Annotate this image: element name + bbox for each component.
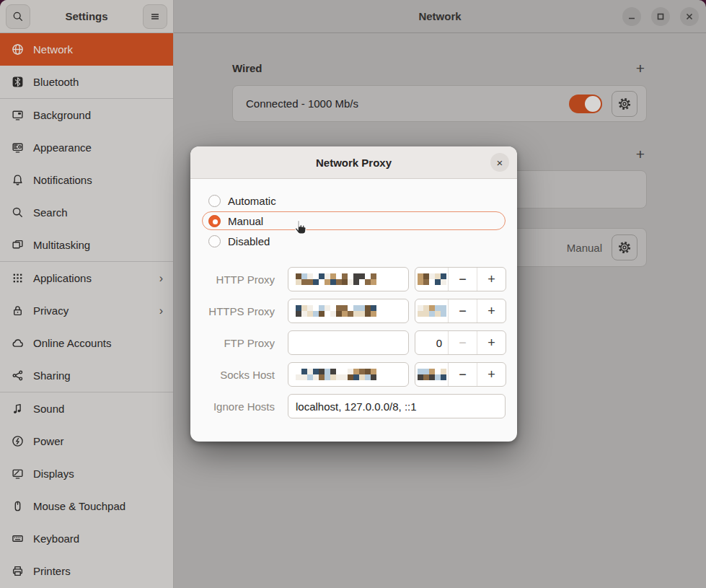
sidebar-item-search[interactable]: Search: [0, 196, 173, 229]
decrement-button[interactable]: −: [448, 268, 477, 291]
minimize-button[interactable]: [622, 7, 641, 26]
radio-label: Disabled: [228, 235, 270, 247]
sidebar-item-network[interactable]: Network: [0, 33, 173, 66]
proxy-option-automatic[interactable]: Automatic: [202, 191, 506, 210]
sidebar-item-power[interactable]: Power: [0, 425, 173, 457]
wired-toggle[interactable]: [569, 95, 602, 113]
proxy-option-disabled[interactable]: Disabled: [202, 232, 506, 250]
sidebar-item-label: Mouse & Touchpad: [33, 500, 125, 512]
socks-host-input[interactable]: [288, 362, 409, 387]
bluetooth-icon: [12, 76, 24, 88]
search-icon: [12, 11, 24, 22]
sidebar-item-label: Network: [33, 43, 73, 56]
maximize-icon: [656, 12, 665, 21]
sidebar-item-displays[interactable]: Displays: [0, 457, 173, 490]
redacted-value: [296, 305, 376, 317]
https-proxy-row: HTTPS Proxy − +: [200, 299, 507, 323]
dialog-header: Network Proxy ×: [190, 146, 517, 179]
add-vpn-button[interactable]: +: [634, 146, 647, 162]
redacted-value: [296, 273, 376, 285]
sidebar-item-label: Keyboard: [33, 532, 79, 545]
maximize-button[interactable]: [651, 7, 670, 26]
wired-section-title: Wired: [232, 62, 262, 74]
redacted-value: [296, 369, 376, 380]
sidebar-item-mouse-touchpad[interactable]: Mouse & Touchpad: [0, 490, 173, 522]
socks-port-spinner: − +: [415, 362, 506, 387]
dialog-close-button[interactable]: ×: [490, 153, 509, 172]
increment-button[interactable]: +: [477, 331, 506, 354]
network-globe-icon: [12, 43, 24, 56]
share-nodes-icon: [12, 369, 24, 382]
windows-icon: [12, 239, 24, 251]
proxy-settings-button[interactable]: [612, 234, 637, 260]
radio-label: Automatic: [228, 195, 276, 207]
sidebar-item-sharing[interactable]: Sharing: [0, 359, 173, 392]
port-value[interactable]: [415, 363, 448, 386]
sidebar-item-multitasking[interactable]: Multitasking: [0, 229, 173, 261]
ftp-proxy-row: FTP Proxy 0 − +: [200, 330, 507, 355]
sidebar-item-background[interactable]: Background: [0, 99, 173, 131]
monitor-icon: [12, 468, 24, 480]
socks-host-row: Socks Host − +: [200, 362, 507, 387]
sidebar-item-applications[interactable]: Applications ›: [0, 262, 173, 294]
sidebar-item-privacy[interactable]: Privacy ›: [0, 294, 173, 327]
sidebar-item-label: Bluetooth: [33, 76, 79, 88]
sidebar-item-keyboard[interactable]: Keyboard: [0, 522, 173, 555]
sidebar-item-online-accounts[interactable]: Online Accounts: [0, 327, 173, 359]
https-proxy-input[interactable]: [288, 299, 409, 323]
main-menu-button[interactable]: [143, 4, 167, 29]
ftp-port-spinner: 0 − +: [415, 330, 506, 355]
socks-host-label: Socks Host: [200, 369, 275, 381]
sidebar-item-notifications[interactable]: Notifications: [0, 164, 173, 196]
http-proxy-input[interactable]: [288, 267, 409, 291]
gear-icon: [617, 97, 632, 111]
redacted-value: [418, 369, 446, 380]
dialog-body: Automatic Manual Disabled HTTP Proxy −: [190, 179, 517, 418]
sidebar-item-label: Online Accounts: [33, 337, 111, 349]
sidebar-item-printers[interactable]: Printers: [0, 555, 173, 587]
http-proxy-label: HTTP Proxy: [200, 273, 275, 286]
sidebar-item-label: Privacy: [33, 304, 69, 317]
power-bolt-icon: [12, 435, 24, 447]
port-value[interactable]: [415, 299, 448, 322]
proxy-mode-value: Manual: [567, 242, 602, 254]
radio-icon: [208, 195, 221, 207]
ignore-hosts-field[interactable]: [296, 400, 498, 413]
port-value[interactable]: 0: [415, 331, 448, 354]
decrement-button[interactable]: −: [448, 299, 477, 322]
network-proxy-dialog: Network Proxy × Automatic Manual Disable…: [190, 146, 517, 442]
ignore-hosts-input[interactable]: [288, 394, 506, 418]
ftp-proxy-field[interactable]: [296, 337, 401, 349]
proxy-option-manual[interactable]: Manual: [202, 211, 506, 230]
radio-checked-icon: [208, 215, 221, 227]
close-button[interactable]: [680, 7, 699, 26]
sidebar: Settings Network Bluetooth Background Ap…: [0, 0, 174, 588]
bell-icon: [12, 174, 24, 186]
sidebar-item-bluetooth[interactable]: Bluetooth: [0, 66, 173, 98]
mouse-icon: [12, 500, 24, 512]
port-value[interactable]: [415, 268, 448, 291]
sidebar-item-label: Power: [33, 435, 64, 447]
add-wired-connection-button[interactable]: +: [634, 61, 647, 76]
increment-button[interactable]: +: [477, 268, 506, 291]
http-proxy-row: HTTP Proxy − +: [200, 267, 507, 291]
app-grid-icon: [12, 272, 24, 284]
sidebar-item-label: Search: [33, 206, 68, 219]
gear-icon: [617, 240, 632, 255]
proxy-form: HTTP Proxy − + HTTPS Proxy − +: [200, 267, 507, 418]
ftp-proxy-input[interactable]: [288, 330, 409, 355]
search-button[interactable]: [6, 4, 30, 29]
sidebar-item-appearance[interactable]: Appearance: [0, 131, 173, 164]
hamburger-menu-icon: [149, 11, 161, 22]
increment-button[interactable]: +: [477, 363, 506, 386]
increment-button[interactable]: +: [477, 299, 506, 322]
radio-label: Manual: [228, 215, 263, 227]
wired-settings-button[interactable]: [612, 91, 637, 117]
background-icon: [12, 109, 24, 121]
decrement-button[interactable]: −: [448, 363, 477, 386]
sidebar-item-label: Applications: [33, 272, 92, 284]
sidebar-item-sound[interactable]: Sound: [0, 392, 173, 425]
https-port-spinner: − +: [415, 299, 506, 323]
sidebar-item-label: Background: [33, 109, 91, 121]
sidebar-item-label: Displays: [33, 468, 74, 480]
